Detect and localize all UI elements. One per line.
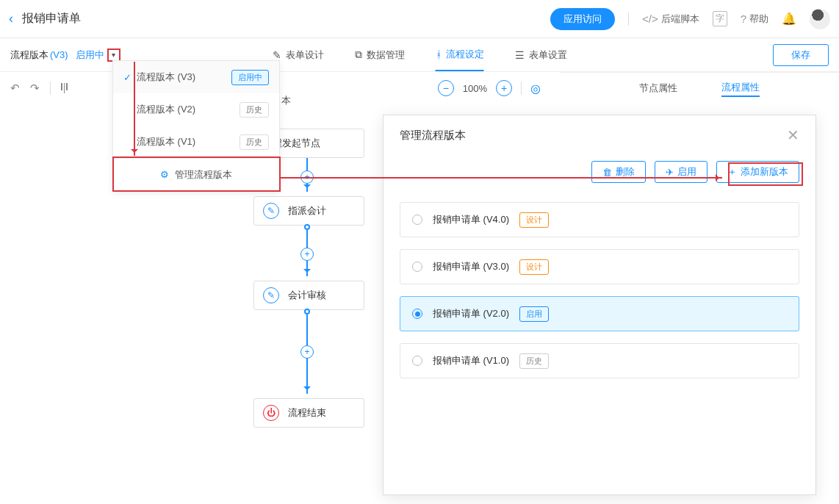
manage-versions-label: 管理流程版本 <box>175 168 232 181</box>
version-prefix-label: 流程版本 <box>10 48 48 62</box>
header-right: 应用访问 </> 后端脚本 字 ? 帮助 🔔 <box>550 8 830 30</box>
character-icon[interactable]: 字 <box>713 11 727 26</box>
version-row-v2[interactable]: 报销申请单 (V2.0) 启用 <box>400 296 799 331</box>
tab-data-mgmt-label: 数据管理 <box>367 48 405 62</box>
dropdown-item-label: 流程版本 (V1) <box>137 135 240 148</box>
flow-node-label: 会计审核 <box>288 289 326 302</box>
flow-setting-icon: ᚼ <box>436 48 442 60</box>
modal-actions: 🗑 删除 ✈ 启用 ＋ 添加新版本 <box>384 155 815 195</box>
save-button[interactable]: 保存 <box>773 44 829 66</box>
separator <box>628 12 629 26</box>
backend-script-label: 后端脚本 <box>661 12 699 26</box>
align-tool-button[interactable] <box>61 83 68 93</box>
app-header: ‹ 报销申请单 应用访问 </> 后端脚本 字 ? 帮助 🔔 <box>0 0 839 38</box>
radio-icon[interactable] <box>412 262 422 272</box>
tab-data-mgmt[interactable]: ⧉ 数据管理 <box>355 38 405 71</box>
flow-node-assign[interactable]: ✎ 指派会计 <box>253 196 364 226</box>
dropdown-item-v3[interactable]: ✓ 流程版本 (V3) 启用中 <box>113 61 279 93</box>
add-version-label: 添加新版本 <box>741 165 788 179</box>
annotation-arrow-right <box>280 177 722 179</box>
app-access-button[interactable]: 应用访问 <box>550 8 615 30</box>
version-label: 报销申请单 (V3.0) <box>433 260 509 273</box>
help-link[interactable]: ? 帮助 <box>741 12 768 26</box>
zoom-out-button[interactable]: − <box>438 80 454 96</box>
redo-button[interactable]: ↷ <box>30 82 40 95</box>
delete-button[interactable]: 🗑 删除 <box>591 161 646 183</box>
radio-icon[interactable] <box>412 356 422 366</box>
tab-form-design-label: 表单设计 <box>286 48 324 62</box>
version-badge: 设计 <box>519 259 549 275</box>
flow-node-end[interactable]: ⏻ 流程结束 <box>253 398 364 428</box>
flow-node-label: 流程结束 <box>288 406 326 420</box>
zoom-in-button[interactable]: + <box>496 80 512 96</box>
node-handle[interactable] <box>304 309 310 314</box>
tab-node-attr[interactable]: 节点属性 <box>639 82 677 96</box>
center-target-button[interactable]: ◎ <box>530 82 541 96</box>
help-icon: ? <box>741 12 746 25</box>
dropdown-item-label: 流程版本 (V2) <box>137 103 240 116</box>
right-pane-tabs: 节点属性 流程属性 <box>560 72 839 104</box>
version-row-v1[interactable]: 报销申请单 (V1.0) 历史 <box>400 343 799 378</box>
dropdown-item-badge: 历史 <box>240 134 269 150</box>
manage-versions-modal: 管理流程版本 ✕ 🗑 删除 ✈ 启用 ＋ 添加新版本 报销申请单 (V4.0) … <box>383 115 816 495</box>
add-node-button[interactable]: + <box>300 248 314 261</box>
truncated-text: 本 <box>281 94 291 107</box>
gear-icon: ⚙ <box>160 169 169 180</box>
version-row-v3[interactable]: 报销申请单 (V3.0) 设计 <box>400 249 799 284</box>
form-design-icon: ✎ <box>273 49 281 61</box>
power-icon: ⏻ <box>263 405 279 421</box>
annotation-arrow-down <box>134 62 135 156</box>
tab-flow-attr[interactable]: 流程属性 <box>721 81 760 97</box>
back-chevron-icon[interactable]: ‹ <box>9 11 13 26</box>
zoom-percent: 100% <box>463 83 487 94</box>
separator <box>521 82 522 95</box>
tab-form-setting-label: 表单设置 <box>529 48 567 62</box>
send-icon: ✈ <box>666 167 674 178</box>
version-badge: 历史 <box>519 353 549 369</box>
undo-button[interactable]: ↶ <box>10 82 20 95</box>
dropdown-item-badge: 启用中 <box>231 70 269 85</box>
form-setting-icon: ☰ <box>515 49 525 61</box>
backend-script-link[interactable]: </> 后端脚本 <box>642 12 699 26</box>
modal-body: 报销申请单 (V4.0) 设计 报销申请单 (V3.0) 设计 报销申请单 (V… <box>384 195 815 386</box>
enable-button[interactable]: ✈ 启用 <box>655 161 707 183</box>
add-node-button[interactable]: + <box>300 345 314 359</box>
help-label: 帮助 <box>749 12 768 26</box>
node-handle[interactable] <box>304 224 310 230</box>
modal-title: 管理流程版本 <box>400 129 466 143</box>
version-badge: 启用 <box>519 306 549 322</box>
user-avatar[interactable] <box>810 9 830 29</box>
dropdown-item-label: 流程版本 (V3) <box>137 71 231 84</box>
modal-header: 管理流程版本 ✕ <box>384 115 815 155</box>
version-label: 报销申请单 (V4.0) <box>433 213 509 226</box>
version-status: 启用中 <box>76 48 104 62</box>
version-badge: 设计 <box>519 212 549 228</box>
plus-icon: ＋ <box>727 165 737 179</box>
tab-flow-setting[interactable]: ᚼ 流程设定 <box>436 38 484 71</box>
tab-flow-setting-label: 流程设定 <box>446 48 484 61</box>
tab-form-setting[interactable]: ☰ 表单设置 <box>515 38 567 71</box>
separator <box>50 82 51 95</box>
radio-icon[interactable] <box>412 309 422 319</box>
dropdown-item-v2[interactable]: 流程版本 (V2) 历史 <box>113 93 279 126</box>
flow-node-review[interactable]: ✎ 会计审核 <box>253 281 364 310</box>
version-value: (V3) <box>50 49 68 60</box>
data-mgmt-icon: ⧉ <box>355 48 362 61</box>
trash-icon: 🗑 <box>602 167 612 178</box>
add-version-button[interactable]: ＋ 添加新版本 <box>716 161 799 183</box>
version-dropdown: ✓ 流程版本 (V3) 启用中 流程版本 (V2) 历史 流程版本 (V1) 历… <box>112 60 280 191</box>
edit-icon: ✎ <box>263 203 279 219</box>
close-icon[interactable]: ✕ <box>787 126 799 144</box>
version-dropdown-caret[interactable]: ▾ <box>107 48 120 62</box>
version-row-v4[interactable]: 报销申请单 (V4.0) 设计 <box>400 202 799 237</box>
version-label: 报销申请单 (V2.0) <box>433 307 509 320</box>
radio-icon[interactable] <box>412 215 422 225</box>
manage-versions-link[interactable]: ⚙ 管理流程版本 <box>113 158 279 190</box>
flow-node-label: 指派会计 <box>288 204 326 217</box>
edit-icon: ✎ <box>263 287 279 303</box>
version-label: 报销申请单 (V1.0) <box>433 354 509 367</box>
subtabs: ✎ 表单设计 ⧉ 数据管理 ᚼ 流程设定 ☰ 表单设置 <box>273 38 567 71</box>
notification-bell-icon[interactable]: 🔔 <box>782 12 796 26</box>
dropdown-item-badge: 历史 <box>240 102 269 118</box>
tab-form-design[interactable]: ✎ 表单设计 <box>273 38 324 71</box>
